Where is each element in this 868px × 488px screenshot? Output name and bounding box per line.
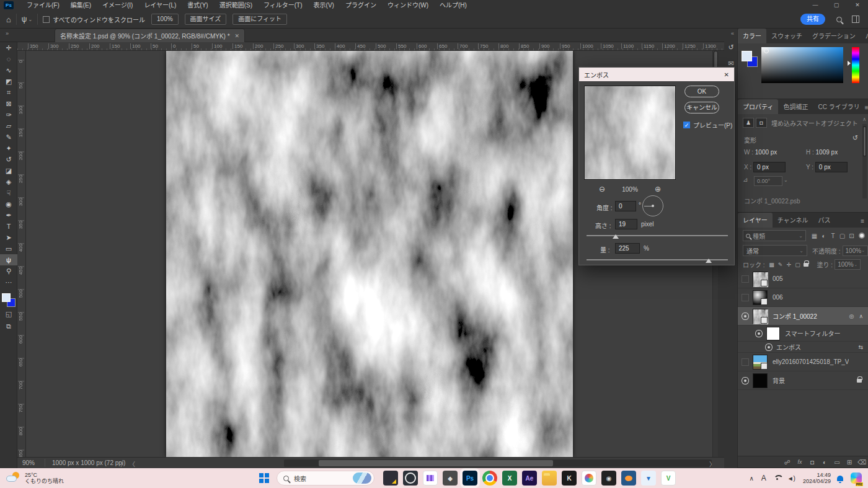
preview-checkbox[interactable]: ✓ (683, 122, 690, 128)
zoom-in-icon[interactable]: ⊕ (655, 185, 661, 193)
share-button[interactable]: 共有 (800, 14, 825, 25)
collapse-filters-icon[interactable]: ∧ (859, 313, 863, 319)
workspace-switcher-icon[interactable] (852, 16, 859, 23)
layer-name[interactable]: 006 (773, 294, 783, 301)
zoom-out-icon[interactable]: ⊖ (599, 185, 605, 193)
amount-input[interactable]: 225 (615, 243, 640, 254)
path-selection-tool[interactable]: ➤ (0, 232, 17, 243)
layer-thumbnail[interactable] (753, 309, 768, 324)
layer-effects-icon[interactable]: fx (794, 459, 806, 465)
close-icon[interactable]: ✕ (847, 0, 868, 11)
edit-toolbar-icon[interactable]: ⋯ (0, 277, 17, 288)
layer-name[interactable]: エンボス (776, 342, 801, 352)
start-button[interactable] (259, 473, 269, 483)
visibility-toggle-empty[interactable] (742, 275, 749, 283)
document-tab[interactable]: 名称未設定 1.psd @ 90% (コンポ 1_00022, RGB/8#/C… (55, 29, 245, 42)
layer-thumbnail[interactable] (753, 272, 768, 286)
menu-item-9[interactable]: ウィンドウ(W) (382, 0, 434, 11)
file-explorer[interactable] (542, 471, 557, 486)
eraser-tool[interactable]: ◪ (0, 165, 17, 176)
menu-item-1[interactable]: 編集(E) (65, 0, 97, 11)
blender-app[interactable] (621, 471, 636, 486)
layer-thumbnail[interactable] (766, 327, 780, 340)
layer-thumbnail[interactable] (753, 373, 768, 388)
layer-name[interactable]: コンポ 1_00022 (773, 311, 817, 321)
maximize-icon[interactable]: ▢ (826, 0, 847, 11)
height-input[interactable]: 19 (615, 219, 637, 229)
visibility-eye-icon[interactable] (755, 330, 763, 337)
search-icon[interactable] (836, 17, 842, 22)
frame-tool[interactable]: ⊠ (0, 98, 17, 109)
panel-scrollbar[interactable] (862, 124, 867, 198)
healing-brush-tool[interactable]: ▱ (0, 120, 17, 131)
color-cursor[interactable] (764, 48, 769, 53)
tab-cc-libraries[interactable]: CC ライブラリ (813, 99, 864, 114)
pen-tool[interactable]: ✒ (0, 210, 17, 221)
amount-slider[interactable] (587, 259, 728, 260)
lock-move-icon[interactable]: ✛ (785, 262, 794, 268)
layer-row[interactable]: エンボス⇆ (738, 342, 868, 353)
layer-row[interactable]: elly20160701425018_TP_V (738, 353, 868, 371)
screen-size-button[interactable]: 画面サイズ (185, 14, 227, 25)
scroll-all-windows-checkbox[interactable] (43, 16, 50, 23)
ime-indicator[interactable]: A (761, 474, 766, 482)
v-app[interactable]: V (661, 471, 676, 486)
tab-layers[interactable]: レイヤー (738, 213, 773, 228)
menu-item-4[interactable]: 書式(Y) (182, 0, 213, 11)
excel-app[interactable]: X (502, 471, 517, 486)
chevron-down-icon[interactable]: ⌄ (28, 17, 32, 22)
hue-slider-thumb[interactable] (848, 61, 851, 66)
amount-slider-thumb[interactable] (706, 259, 712, 263)
foreground-color-swatch[interactable] (742, 51, 752, 61)
chevron-right-icon[interactable]: 〉 (120, 459, 126, 469)
lock-artboard-icon[interactable]: ▢ (794, 262, 802, 268)
brush-tool[interactable]: ✎ (0, 131, 17, 143)
hand-tool[interactable]: ψ (0, 254, 17, 265)
panel-menu-icon[interactable]: ≡ (861, 218, 864, 224)
dialog-close-icon[interactable]: ✕ (724, 71, 729, 78)
object-selection-tool[interactable]: ◩ (0, 76, 17, 87)
status-zoom-level[interactable]: 90% (22, 459, 35, 466)
move-tool[interactable]: ✛ (0, 42, 17, 53)
height-slider[interactable] (587, 235, 728, 236)
layer-name[interactable]: 005 (773, 275, 783, 282)
visibility-toggle-empty[interactable] (742, 294, 749, 301)
task-manager-app[interactable] (423, 471, 438, 486)
visibility-eye-icon[interactable] (742, 313, 749, 320)
home-icon[interactable]: ⌂ (6, 15, 11, 24)
visibility-eye-icon[interactable] (765, 344, 773, 351)
taskbar-search[interactable]: 検索 (277, 471, 374, 486)
speaker-icon[interactable]: ◄) (787, 475, 795, 482)
layer-filter-toggle[interactable] (859, 233, 865, 239)
cancel-button[interactable]: キャンセル (684, 102, 719, 113)
tab-properties[interactable]: プロパティ (738, 99, 778, 114)
height-slider-thumb[interactable] (613, 234, 619, 239)
dialog-title-bar[interactable]: エンボス ✕ (579, 68, 734, 81)
smart-object-filter-icon[interactable]: ⊡ (847, 233, 856, 239)
menu-item-7[interactable]: 表示(V) (308, 0, 340, 11)
weather-widget[interactable]: 25°C くもりのち晴れ (6, 472, 64, 484)
crop-tool[interactable]: ⌗ (0, 87, 17, 98)
chrome-browser[interactable] (482, 471, 497, 486)
smudge-tool[interactable]: ☟ (0, 187, 17, 198)
new-layer-icon[interactable]: ⊞ (843, 459, 856, 466)
eyedropper-tool[interactable]: ✑ (0, 109, 17, 120)
layer-row[interactable]: コンポ 1_00022◎∧ (738, 307, 868, 326)
menu-item-3[interactable]: レイヤー(L) (138, 0, 182, 11)
menu-item-6[interactable]: フィルター(T) (258, 0, 308, 11)
dodge-burn-tool[interactable]: ◉ (0, 198, 17, 210)
visibility-eye-icon[interactable] (742, 377, 749, 384)
layer-thumbnail[interactable] (753, 355, 768, 370)
canvas-emboss-texture[interactable] (166, 51, 573, 457)
gradient-tool[interactable]: ◈ (0, 176, 17, 187)
ok-button[interactable]: OK (684, 86, 719, 97)
photos-app[interactable] (582, 471, 596, 486)
screen-mode-icon[interactable]: ⧉ (0, 320, 17, 332)
tab-adjustments[interactable]: 色調補正 (778, 99, 813, 114)
clock-app[interactable] (403, 471, 418, 486)
marquee-tool[interactable]: ◌ (0, 53, 17, 64)
tab-close-icon[interactable]: ✕ (235, 33, 240, 39)
pixel-layer-filter-icon[interactable]: ▦ (810, 233, 819, 239)
zoom-tool[interactable]: ⚲ (0, 265, 17, 277)
link-layers-icon[interactable]: ☍ (781, 459, 794, 466)
